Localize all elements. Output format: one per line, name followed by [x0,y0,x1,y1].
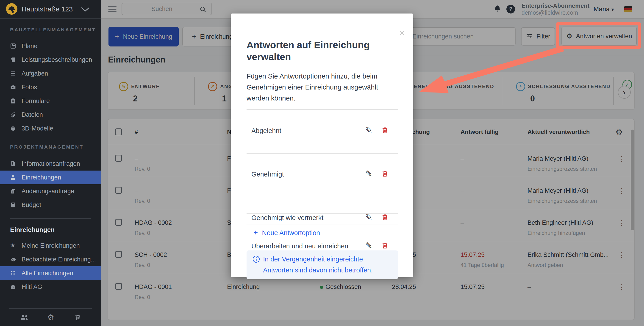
sidebar-item-specifications[interactable]: Leistungsbeschreibungen [0,53,101,66]
edit-pencil-icon[interactable]: ✎ [365,169,372,179]
trash-icon[interactable] [74,314,81,322]
cube-icon [10,126,16,132]
add-response-option-link[interactable]: +Neue Antwortoption [254,228,320,237]
plans-icon [10,43,16,50]
eye-icon [10,256,16,264]
project-name: Hauptstraße 123 [22,0,73,18]
divider [10,218,91,219]
spec-book-icon [10,57,16,64]
chevron-down-icon [81,7,90,13]
response-option-row: Genehmigt wie vermerkt ✎ [231,210,413,226]
section-label: PROJEKTMANAGEMENT [10,144,84,150]
change-orders-icon [10,188,16,195]
gear-icon[interactable]: ⚙ [47,313,54,322]
edit-pencil-icon[interactable]: ✎ [365,125,372,135]
sidebar-item-photos[interactable]: Fotos [0,81,101,94]
paperclip-icon [10,112,16,119]
delete-trash-icon[interactable] [381,170,388,178]
sidebar-item-all-submittals[interactable]: Alle Einreichungen [0,266,101,280]
sidebar-item-3d-models[interactable]: 3D-Modelle [0,122,101,135]
option-label: Genehmigt wie vermerkt [251,214,324,222]
app-window: ? Enterprise-Abonnement demos@fieldwire.… [0,0,644,326]
edit-pencil-icon[interactable]: ✎ [365,241,372,251]
sidebar-item-hilti-ag[interactable]: Hilti AG [0,280,101,293]
divider [246,197,398,197]
sidebar-item-files[interactable]: Dateien [0,108,101,121]
option-label: Abgelehnt [251,127,282,135]
response-option-row: Abgelehnt ✎ [231,123,413,140]
modal-description: Fügen Sie Antwortoptionen hinzu, die bei… [246,71,393,104]
star-icon: ★ [10,242,15,249]
sidebar-item-rfis[interactable]: Informationsanfragen [0,157,101,170]
delete-trash-icon[interactable] [381,213,388,222]
section-label: BAUSTELLENMANAGEMENT [10,27,96,32]
document-info-icon [10,161,16,167]
calculator-icon [10,202,16,209]
task-list-icon [10,70,16,77]
sidebar-item-change-orders[interactable]: Änderungsaufträge [0,185,101,197]
camera-icon [10,84,16,91]
sidebar-item-tasks[interactable]: Aufgaben [0,67,101,80]
sidebar-item-forms[interactable]: Formulare [0,95,101,107]
sidebar-item-my-submittals[interactable]: ★ Meine Einreichungen [0,239,101,252]
project-switcher[interactable]: Hauptstraße 123 [0,0,101,19]
sidebar-item-watched-submittals[interactable]: Beobachtete Einreichung... [0,253,101,266]
delete-trash-icon[interactable] [381,242,388,250]
divider [9,308,92,309]
sidebar-item-plans[interactable]: Pläne [0,40,101,52]
response-option-row: Genehmigt ✎ [231,167,413,183]
divider [246,153,398,154]
annotation-highlight-box [556,22,641,49]
sidebar: Hauptstraße 123 BAUSTELLENMANAGEMENT Plä… [0,0,101,326]
fieldwire-logo-icon [6,3,18,15]
modal-title: Antworten auf Einreichung verwalten [246,39,384,63]
briefcase-icon [10,284,16,291]
divider [246,225,398,225]
option-label: Genehmigt [251,170,284,178]
divider [246,109,398,110]
plus-icon: + [254,228,258,237]
sidebar-item-submittals[interactable]: Einreichungen [0,170,101,184]
close-icon[interactable]: × [399,28,405,38]
delete-trash-icon[interactable] [381,126,388,135]
edit-pencil-icon[interactable]: ✎ [365,212,372,222]
stamp-icon [10,174,16,181]
sublist-title: Einreichungen [10,226,54,233]
grid-dots-icon [10,270,16,277]
clipboard-icon [10,98,16,105]
people-icon[interactable] [20,314,28,322]
manage-responses-modal: × Antworten auf Einreichung verwalten Fü… [231,13,413,277]
sidebar-item-budget[interactable]: Budget [0,198,101,211]
